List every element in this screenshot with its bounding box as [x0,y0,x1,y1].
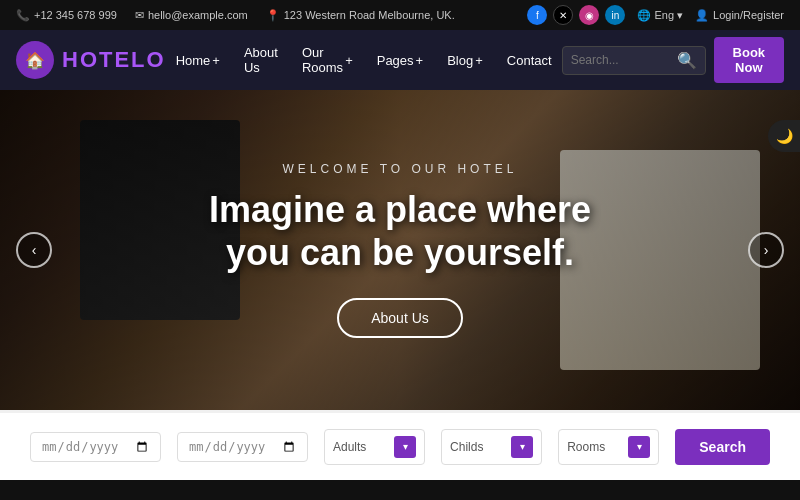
checkin-field[interactable] [30,432,161,462]
checkin-input[interactable] [41,439,150,455]
hero-subtitle: WELCOME TO OUR HOTEL [209,162,591,176]
hero-title: Imagine a place where you can be yoursel… [209,188,591,274]
book-now-button[interactable]: Book Now [714,37,784,83]
linkedin-icon[interactable]: in [605,5,625,25]
logo[interactable]: 🏠 HOTELO [16,41,166,79]
phone-number: +12 345 678 999 [34,9,117,21]
social-icons: f ✕ ◉ in [527,5,625,25]
nav-home[interactable]: Home+ [166,47,230,74]
main-nav: Home+ About Us Our Rooms+ Pages+ Blog+ C… [166,39,562,81]
login-label: Login/Register [713,9,784,21]
carousel-next-button[interactable]: › [748,232,784,268]
search-button[interactable]: Search [675,429,770,465]
email-info: ✉ hello@example.com [135,9,248,22]
search-icon[interactable]: 🔍 [677,51,697,70]
address-text: 123 Western Road Melbourne, UK. [284,9,455,21]
hero-about-button[interactable]: About Us [337,298,463,338]
chevron-down-icon: ▾ [677,9,683,22]
dark-mode-toggle[interactable]: 🌙 [768,120,800,152]
user-icon: 👤 [695,9,709,22]
adults-selector[interactable]: Adults ▾ [324,429,425,465]
rooms-selector[interactable]: Rooms ▾ [558,429,659,465]
nav-rooms[interactable]: Our Rooms+ [292,39,363,81]
email-address: hello@example.com [148,9,248,21]
childs-dropdown-icon[interactable]: ▾ [511,436,533,458]
phone-icon: 📞 [16,9,30,22]
globe-icon: 🌐 [637,9,651,22]
nav-about[interactable]: About Us [234,39,288,81]
hero-section: 🌙 ‹ › WELCOME TO OUR HOTEL Imagine a pla… [0,90,800,410]
checkout-field[interactable] [177,432,308,462]
lang-label: Eng [654,9,674,21]
moon-icon: 🌙 [776,128,793,144]
rooms-label: Rooms [567,440,605,454]
logo-text: HOTELO [62,47,166,73]
booking-bar: Adults ▾ Childs ▾ Rooms ▾ Search [0,410,800,480]
address-info: 📍 123 Western Road Melbourne, UK. [266,9,455,22]
search-input[interactable] [571,53,671,67]
language-selector[interactable]: 🌐 Eng ▾ [637,9,683,22]
checkout-input[interactable] [188,439,297,455]
nav-contact[interactable]: Contact [497,47,562,74]
top-bar-right: f ✕ ◉ in 🌐 Eng ▾ 👤 Login/Register [527,5,784,25]
nav-right: 🔍 Book Now [562,37,784,83]
search-box[interactable]: 🔍 [562,46,706,75]
top-bar-left: 📞 +12 345 678 999 ✉ hello@example.com 📍 … [16,9,455,22]
rooms-dropdown-icon[interactable]: ▾ [628,436,650,458]
hero-title-line1: Imagine a place where [209,189,591,230]
hero-content: WELCOME TO OUR HOTEL Imagine a place whe… [209,162,591,338]
nav-pages[interactable]: Pages+ [367,47,433,74]
x-twitter-icon[interactable]: ✕ [553,5,573,25]
instagram-icon[interactable]: ◉ [579,5,599,25]
email-icon: ✉ [135,9,144,22]
navbar: 🏠 HOTELO Home+ About Us Our Rooms+ Pages… [0,30,800,90]
adults-label: Adults [333,440,366,454]
childs-selector[interactable]: Childs ▾ [441,429,542,465]
phone-info: 📞 +12 345 678 999 [16,9,117,22]
logo-icon: 🏠 [16,41,54,79]
login-register-button[interactable]: 👤 Login/Register [695,9,784,22]
nav-blog[interactable]: Blog+ [437,47,493,74]
hero-title-line2: you can be yourself. [226,232,574,273]
facebook-icon[interactable]: f [527,5,547,25]
carousel-prev-button[interactable]: ‹ [16,232,52,268]
childs-label: Childs [450,440,483,454]
adults-dropdown-icon[interactable]: ▾ [394,436,416,458]
location-icon: 📍 [266,9,280,22]
top-bar: 📞 +12 345 678 999 ✉ hello@example.com 📍 … [0,0,800,30]
